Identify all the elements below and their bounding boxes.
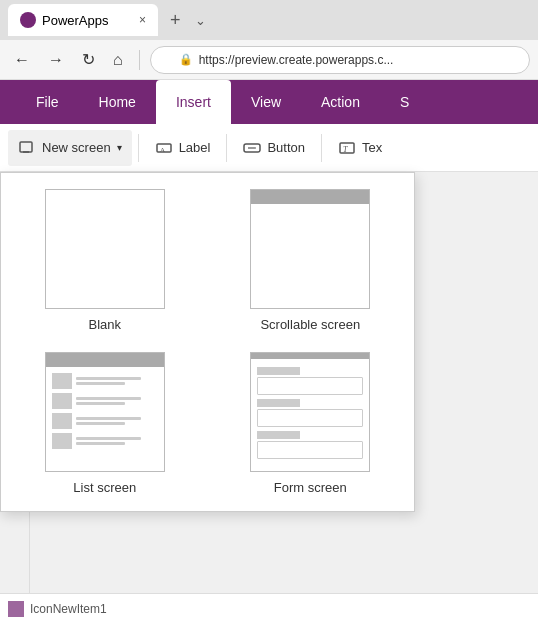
tab-s[interactable]: S [380, 80, 429, 124]
list-preview-header [46, 353, 164, 367]
list-row-4 [52, 433, 158, 449]
list-row-2 [52, 393, 158, 409]
ribbon-menu: File Home Insert View Action S [0, 80, 538, 124]
form-screen-option[interactable]: Form screen [223, 352, 399, 495]
browser-tab[interactable]: PowerApps × [8, 4, 158, 36]
text-label: Tex [362, 140, 382, 155]
list-lines-3 [76, 417, 158, 425]
list-lines-2 [76, 397, 158, 405]
new-screen-label: New screen [42, 140, 111, 155]
scrollable-screen-preview [250, 189, 370, 309]
label-button[interactable]: A Label [145, 130, 221, 166]
home-button[interactable]: ⌂ [107, 47, 129, 73]
tab-menu-icon[interactable]: ⌄ [195, 13, 206, 28]
list-lines-1 [76, 377, 158, 385]
nav-separator [139, 50, 140, 70]
button-icon [243, 139, 261, 157]
new-screen-chevron-icon: ▾ [117, 142, 122, 153]
tab-home[interactable]: Home [79, 80, 156, 124]
tab-action[interactable]: Action [301, 80, 380, 124]
status-bar: IconNewItem1 [0, 593, 538, 623]
form-screen-preview [250, 352, 370, 472]
blank-screen-preview [45, 189, 165, 309]
form-label-1 [257, 367, 299, 375]
address-bar[interactable]: 🔒 https://preview.create.powerapps.c... [150, 46, 530, 74]
text-button[interactable]: T Tex [328, 130, 392, 166]
list-thumb-3 [52, 413, 72, 429]
list-row-3 [52, 413, 158, 429]
main-area: Sc ◀ Blank Scroll [0, 172, 538, 623]
list-thumb-4 [52, 433, 72, 449]
new-screen-button[interactable]: New screen ▾ [8, 130, 132, 166]
browser-tab-bar: PowerApps × + ⌄ [0, 0, 538, 40]
new-tab-button[interactable]: + [164, 6, 187, 35]
toolbar: New screen ▾ A Label Button T [0, 124, 538, 172]
list-preview-content [46, 367, 164, 471]
svg-text:T: T [343, 145, 348, 154]
back-button[interactable]: ← [8, 47, 36, 73]
form-field-3 [257, 441, 363, 459]
button-label: Button [267, 140, 305, 155]
tab-title: PowerApps [42, 13, 108, 28]
form-field-2 [257, 409, 363, 427]
form-label-3 [257, 431, 299, 439]
tab-file[interactable]: File [16, 80, 79, 124]
list-row-1 [52, 373, 158, 389]
status-item-label: IconNewItem1 [30, 602, 107, 616]
refresh-button[interactable]: ↻ [76, 46, 101, 73]
new-screen-icon [18, 139, 36, 157]
scrollable-screen-option[interactable]: Scrollable screen [223, 189, 399, 332]
list-lines-4 [76, 437, 158, 445]
tab-favicon [20, 12, 36, 28]
list-screen-label: List screen [73, 480, 136, 495]
scrollable-preview-header [251, 190, 369, 204]
toolbar-sep-2 [226, 134, 227, 162]
browser-controls: ← → ↻ ⌂ 🔒 https://preview.create.powerap… [0, 40, 538, 80]
button-button[interactable]: Button [233, 130, 315, 166]
form-field-1 [257, 377, 363, 395]
form-screen-label: Form screen [274, 480, 347, 495]
lock-icon: 🔒 [179, 53, 193, 66]
list-screen-preview [45, 352, 165, 472]
list-screen-option[interactable]: List screen [17, 352, 193, 495]
text-icon: T [338, 139, 356, 157]
tab-insert[interactable]: Insert [156, 80, 231, 124]
label-icon: A [155, 139, 173, 157]
scrollable-preview-content [251, 204, 369, 308]
forward-button[interactable]: → [42, 47, 70, 73]
screen-options-grid: Blank Scrollable screen [17, 189, 398, 495]
list-thumb-1 [52, 373, 72, 389]
label-label: Label [179, 140, 211, 155]
new-screen-dropdown: Blank Scrollable screen [0, 172, 415, 512]
scrollable-screen-label: Scrollable screen [260, 317, 360, 332]
form-label-2 [257, 399, 299, 407]
blank-screen-option[interactable]: Blank [17, 189, 193, 332]
tab-close-icon[interactable]: × [139, 13, 146, 27]
svg-rect-0 [20, 142, 32, 152]
address-text: https://preview.create.powerapps.c... [199, 53, 394, 67]
toolbar-sep-1 [138, 134, 139, 162]
svg-text:A: A [160, 146, 165, 154]
toolbar-sep-3 [321, 134, 322, 162]
blank-screen-label: Blank [88, 317, 121, 332]
status-item-icon [8, 601, 24, 617]
tab-view[interactable]: View [231, 80, 301, 124]
list-thumb-2 [52, 393, 72, 409]
form-preview-content [251, 359, 369, 471]
